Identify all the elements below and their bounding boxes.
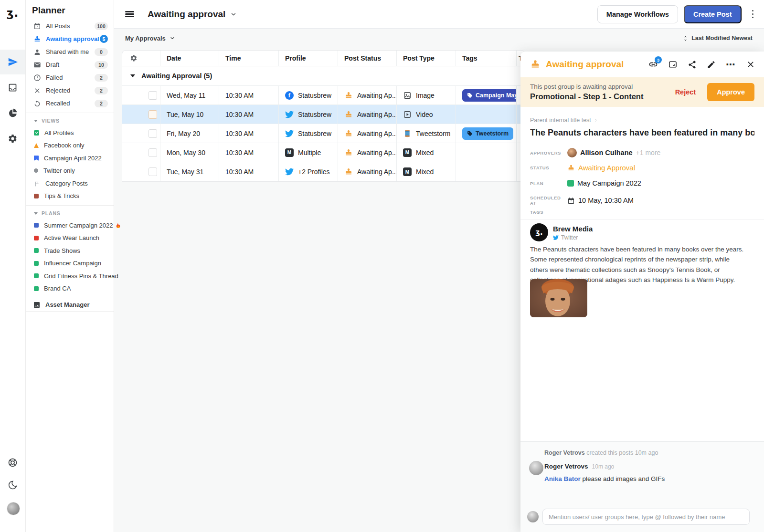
tag-pill[interactable]: Campaign May: [462, 89, 517, 102]
manage-workflows-button[interactable]: Manage Workflows: [597, 5, 678, 23]
twitter-icon: [285, 129, 294, 138]
column-header-date[interactable]: Date: [160, 51, 219, 66]
share-icon[interactable]: [688, 60, 697, 69]
sidebar-view-category-posts[interactable]: Category Posts: [25, 177, 114, 190]
cell-post-status: Awaiting Ap...: [338, 105, 397, 124]
cell-post-status: Awaiting Ap...: [338, 143, 397, 162]
approve-button[interactable]: Approve: [707, 83, 754, 101]
hamburger-menu-icon[interactable]: [125, 11, 134, 17]
approvers-more[interactable]: +1 more: [636, 149, 661, 156]
cell-profile: MMultiple: [279, 143, 338, 162]
comment-input[interactable]: [542, 509, 750, 525]
reject-button[interactable]: Reject: [670, 84, 701, 100]
approver-avatar: [567, 148, 577, 157]
sidebar-view-twitter-only[interactable]: Twitter only: [25, 165, 114, 177]
sidebar-item-failed[interactable]: Failed 2: [25, 71, 114, 84]
field-tags: TAGS: [530, 209, 567, 215]
column-header-profile[interactable]: Profile: [279, 51, 338, 66]
field-approvers: APPROVERS Allison Culhane +1 more: [530, 148, 660, 157]
breadcrumb[interactable]: Parent internal title test: [530, 117, 598, 124]
person-icon: [33, 48, 41, 56]
commenter-avatar: [529, 461, 543, 475]
cell-time: 10:30 AM: [219, 86, 279, 105]
mention-link[interactable]: Anika Bator: [544, 475, 581, 482]
column-header-post-status[interactable]: Post Status: [338, 51, 397, 66]
table-row[interactable]: Mon, May 30 10:30 AM MMultiple Awaiting …: [122, 143, 525, 162]
mail-icon: [33, 61, 41, 69]
scope-selector[interactable]: My Approvals: [125, 35, 175, 42]
rail-item-dark-mode[interactable]: [0, 474, 25, 495]
column-settings-gear-icon[interactable]: [122, 51, 160, 66]
sidebar-view-all-profiles[interactable]: All Profiles: [25, 126, 114, 139]
sidebar-item-all-posts[interactable]: All Posts 100: [25, 20, 114, 32]
row-checkbox[interactable]: [149, 167, 157, 176]
sidebar-view-facebook-only[interactable]: Facebook only: [25, 139, 114, 152]
rail-item-settings[interactable]: [0, 128, 25, 149]
sidebar-plan-grid-fitness[interactable]: Grid Fitness Pins & Thread: [25, 270, 114, 282]
sidebar-view-campaign-april[interactable]: Campaign April 2022: [25, 152, 114, 165]
row-checkbox[interactable]: [149, 110, 157, 119]
link-icon[interactable]: 3: [648, 60, 658, 69]
table-row[interactable]: Tue, May 31 10:30 AM +2 Profiles Awaitin…: [122, 162, 525, 181]
column-header-time[interactable]: Time: [219, 51, 279, 66]
top-toolbar: Awaiting approval Manage Workflows Creat…: [114, 0, 764, 29]
column-header-tags[interactable]: Tags: [456, 51, 517, 66]
pie-chart-icon: [8, 108, 18, 118]
title-chevron-down-icon[interactable]: [230, 10, 237, 19]
table-header-row: Date Time Profile Post Status Post Type …: [122, 51, 525, 66]
column-header-post-type[interactable]: Post Type: [397, 51, 456, 66]
sidebar-item-rejected[interactable]: Rejected 2: [25, 84, 114, 97]
sidebar-plan-summer-campaign[interactable]: Summer Campaign 2022: [25, 219, 114, 232]
rail-item-help[interactable]: [0, 452, 25, 473]
rail-item-inbox[interactable]: [0, 77, 25, 98]
page-title: Awaiting approval: [148, 9, 225, 20]
cell-date: Mon, May 30: [160, 143, 219, 162]
tag-pill[interactable]: Tweetstorm: [462, 127, 513, 140]
table-row-selected[interactable]: Tue, May 10 10:30 AM Statusbrew Awaiting…: [122, 105, 525, 124]
sidebar-item-asset-manager[interactable]: Asset Manager: [25, 298, 114, 312]
row-checkbox[interactable]: [149, 148, 157, 157]
brew-logo[interactable]: ʒ.: [0, 7, 25, 19]
sidebar-plan-active-wear[interactable]: Active Wear Launch: [25, 232, 114, 245]
create-post-button[interactable]: Create Post: [684, 5, 742, 23]
row-checkbox[interactable]: [149, 129, 157, 138]
preview-frame-icon[interactable]: [668, 60, 678, 69]
stamp-icon: [344, 167, 353, 176]
user-avatar[interactable]: [7, 502, 20, 515]
rail-item-reports[interactable]: [0, 102, 25, 123]
tag-icon: [467, 93, 473, 98]
row-checkbox[interactable]: [149, 91, 157, 100]
plans-section-header[interactable]: PLANS: [25, 208, 114, 219]
more-ellipsis-icon[interactable]: ⋯: [726, 62, 736, 67]
stamp-icon: [33, 35, 41, 43]
twitter-icon: [285, 167, 294, 176]
more-menu-icon[interactable]: [749, 7, 757, 21]
panel-header: Awaiting approval 3 ⋯: [520, 52, 764, 77]
sidebar-plan-trade-shows[interactable]: Trade Shows: [25, 244, 114, 257]
close-icon[interactable]: [746, 60, 755, 69]
cell-profile: Statusbrew: [279, 105, 338, 124]
green-square-icon: [34, 286, 39, 291]
sidebar-item-recalled[interactable]: Recalled 2: [25, 97, 114, 110]
sidebar-view-tips-tricks[interactable]: Tips & Tricks: [25, 190, 114, 203]
sidebar-item-shared-with-me[interactable]: Shared with me 0: [25, 45, 114, 58]
group-header-awaiting-approval[interactable]: Awaiting Approval (5): [122, 66, 525, 86]
count-badge: 5: [100, 35, 108, 43]
edit-pencil-icon[interactable]: [707, 60, 716, 69]
cell-date: Tue, May 10: [160, 105, 219, 124]
sidebar-plan-brand-ca[interactable]: Brand CA: [25, 282, 114, 295]
table-row[interactable]: Wed, May 11 10:30 AM fStatusbrew Awaitin…: [122, 86, 525, 105]
green-square-icon: [34, 273, 39, 278]
rail-item-planner[interactable]: [0, 50, 25, 74]
stamp-icon: [344, 148, 353, 157]
gray-dot-icon: [34, 168, 38, 173]
green-square-icon: [34, 248, 39, 253]
sidebar-plan-influencer[interactable]: Influencer Campaign: [25, 257, 114, 270]
multiple-profiles-icon: M: [285, 148, 294, 157]
sidebar-item-awaiting-approval[interactable]: Awaiting approval 5: [25, 32, 114, 45]
post-image-attachment[interactable]: [530, 279, 587, 317]
sidebar-item-draft[interactable]: Draft 10: [25, 58, 114, 71]
views-section-header[interactable]: VIEWS: [25, 115, 114, 126]
sort-selector[interactable]: Last Modified Newest: [682, 35, 753, 42]
table-row[interactable]: Fri, May 20 10:30 AM Statusbrew Awaiting…: [122, 124, 525, 143]
